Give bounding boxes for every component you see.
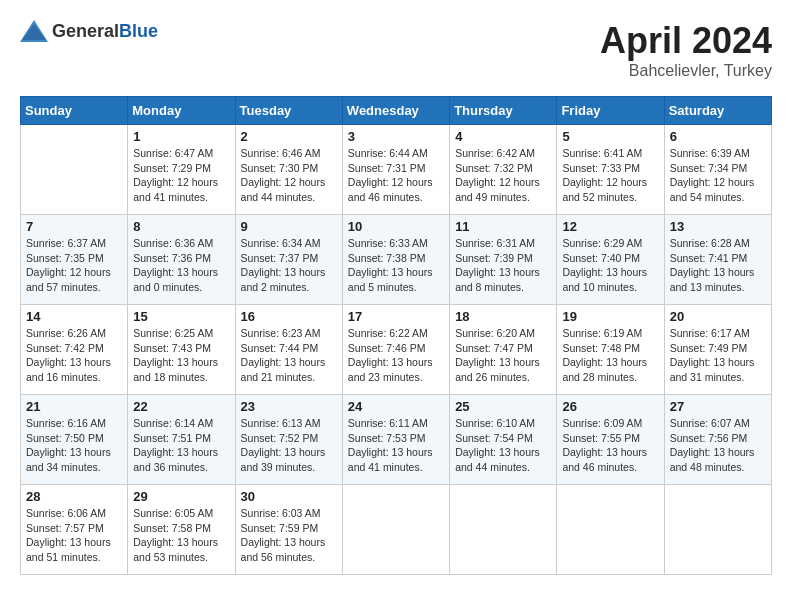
- day-info: Sunrise: 6:33 AMSunset: 7:38 PMDaylight:…: [348, 236, 444, 295]
- day-number: 16: [241, 309, 337, 324]
- day-info: Sunrise: 6:34 AMSunset: 7:37 PMDaylight:…: [241, 236, 337, 295]
- day-info: Sunrise: 6:44 AMSunset: 7:31 PMDaylight:…: [348, 146, 444, 205]
- day-number: 21: [26, 399, 122, 414]
- day-info: Sunrise: 6:19 AMSunset: 7:48 PMDaylight:…: [562, 326, 658, 385]
- calendar-week-row: 21Sunrise: 6:16 AMSunset: 7:50 PMDayligh…: [21, 395, 772, 485]
- calendar-week-row: 1Sunrise: 6:47 AMSunset: 7:29 PMDaylight…: [21, 125, 772, 215]
- calendar-cell: 13Sunrise: 6:28 AMSunset: 7:41 PMDayligh…: [664, 215, 771, 305]
- calendar-cell: 19Sunrise: 6:19 AMSunset: 7:48 PMDayligh…: [557, 305, 664, 395]
- day-number: 5: [562, 129, 658, 144]
- day-info: Sunrise: 6:06 AMSunset: 7:57 PMDaylight:…: [26, 506, 122, 565]
- calendar-cell: 23Sunrise: 6:13 AMSunset: 7:52 PMDayligh…: [235, 395, 342, 485]
- day-number: 24: [348, 399, 444, 414]
- day-number: 20: [670, 309, 766, 324]
- day-info: Sunrise: 6:46 AMSunset: 7:30 PMDaylight:…: [241, 146, 337, 205]
- calendar-week-row: 14Sunrise: 6:26 AMSunset: 7:42 PMDayligh…: [21, 305, 772, 395]
- calendar-cell: 28Sunrise: 6:06 AMSunset: 7:57 PMDayligh…: [21, 485, 128, 575]
- calendar-cell: 30Sunrise: 6:03 AMSunset: 7:59 PMDayligh…: [235, 485, 342, 575]
- day-info: Sunrise: 6:10 AMSunset: 7:54 PMDaylight:…: [455, 416, 551, 475]
- day-info: Sunrise: 6:37 AMSunset: 7:35 PMDaylight:…: [26, 236, 122, 295]
- day-info: Sunrise: 6:28 AMSunset: 7:41 PMDaylight:…: [670, 236, 766, 295]
- calendar-week-row: 7Sunrise: 6:37 AMSunset: 7:35 PMDaylight…: [21, 215, 772, 305]
- calendar-cell: [664, 485, 771, 575]
- day-number: 17: [348, 309, 444, 324]
- day-info: Sunrise: 6:03 AMSunset: 7:59 PMDaylight:…: [241, 506, 337, 565]
- day-number: 29: [133, 489, 229, 504]
- day-info: Sunrise: 6:05 AMSunset: 7:58 PMDaylight:…: [133, 506, 229, 565]
- calendar-cell: 10Sunrise: 6:33 AMSunset: 7:38 PMDayligh…: [342, 215, 449, 305]
- day-number: 28: [26, 489, 122, 504]
- calendar-cell: [450, 485, 557, 575]
- calendar-cell: 2Sunrise: 6:46 AMSunset: 7:30 PMDaylight…: [235, 125, 342, 215]
- calendar-header-row: SundayMondayTuesdayWednesdayThursdayFrid…: [21, 97, 772, 125]
- page-header: GeneralBlue April 2024 Bahcelievler, Tur…: [20, 20, 772, 80]
- calendar-cell: 25Sunrise: 6:10 AMSunset: 7:54 PMDayligh…: [450, 395, 557, 485]
- calendar-table: SundayMondayTuesdayWednesdayThursdayFrid…: [20, 96, 772, 575]
- day-info: Sunrise: 6:23 AMSunset: 7:44 PMDaylight:…: [241, 326, 337, 385]
- calendar-cell: 18Sunrise: 6:20 AMSunset: 7:47 PMDayligh…: [450, 305, 557, 395]
- day-number: 27: [670, 399, 766, 414]
- day-number: 11: [455, 219, 551, 234]
- calendar-cell: 9Sunrise: 6:34 AMSunset: 7:37 PMDaylight…: [235, 215, 342, 305]
- day-info: Sunrise: 6:22 AMSunset: 7:46 PMDaylight:…: [348, 326, 444, 385]
- day-number: 18: [455, 309, 551, 324]
- day-number: 4: [455, 129, 551, 144]
- day-info: Sunrise: 6:13 AMSunset: 7:52 PMDaylight:…: [241, 416, 337, 475]
- day-number: 9: [241, 219, 337, 234]
- day-number: 22: [133, 399, 229, 414]
- day-number: 7: [26, 219, 122, 234]
- day-number: 26: [562, 399, 658, 414]
- logo-general-text: General: [52, 21, 119, 41]
- calendar-cell: [557, 485, 664, 575]
- day-info: Sunrise: 6:26 AMSunset: 7:42 PMDaylight:…: [26, 326, 122, 385]
- day-number: 23: [241, 399, 337, 414]
- svg-marker-1: [22, 24, 46, 40]
- day-number: 12: [562, 219, 658, 234]
- day-info: Sunrise: 6:42 AMSunset: 7:32 PMDaylight:…: [455, 146, 551, 205]
- calendar-cell: 22Sunrise: 6:14 AMSunset: 7:51 PMDayligh…: [128, 395, 235, 485]
- day-info: Sunrise: 6:17 AMSunset: 7:49 PMDaylight:…: [670, 326, 766, 385]
- day-header-saturday: Saturday: [664, 97, 771, 125]
- day-header-sunday: Sunday: [21, 97, 128, 125]
- day-header-friday: Friday: [557, 97, 664, 125]
- logo: GeneralBlue: [20, 20, 158, 42]
- calendar-cell: 5Sunrise: 6:41 AMSunset: 7:33 PMDaylight…: [557, 125, 664, 215]
- calendar-title: April 2024: [600, 20, 772, 62]
- day-header-wednesday: Wednesday: [342, 97, 449, 125]
- day-header-tuesday: Tuesday: [235, 97, 342, 125]
- day-info: Sunrise: 6:20 AMSunset: 7:47 PMDaylight:…: [455, 326, 551, 385]
- calendar-location: Bahcelievler, Turkey: [600, 62, 772, 80]
- day-info: Sunrise: 6:36 AMSunset: 7:36 PMDaylight:…: [133, 236, 229, 295]
- calendar-cell: 4Sunrise: 6:42 AMSunset: 7:32 PMDaylight…: [450, 125, 557, 215]
- day-number: 2: [241, 129, 337, 144]
- calendar-cell: 20Sunrise: 6:17 AMSunset: 7:49 PMDayligh…: [664, 305, 771, 395]
- day-info: Sunrise: 6:41 AMSunset: 7:33 PMDaylight:…: [562, 146, 658, 205]
- calendar-cell: 21Sunrise: 6:16 AMSunset: 7:50 PMDayligh…: [21, 395, 128, 485]
- day-header-thursday: Thursday: [450, 97, 557, 125]
- calendar-cell: 3Sunrise: 6:44 AMSunset: 7:31 PMDaylight…: [342, 125, 449, 215]
- calendar-cell: 29Sunrise: 6:05 AMSunset: 7:58 PMDayligh…: [128, 485, 235, 575]
- day-number: 8: [133, 219, 229, 234]
- calendar-cell: 16Sunrise: 6:23 AMSunset: 7:44 PMDayligh…: [235, 305, 342, 395]
- day-number: 6: [670, 129, 766, 144]
- day-info: Sunrise: 6:14 AMSunset: 7:51 PMDaylight:…: [133, 416, 229, 475]
- day-number: 3: [348, 129, 444, 144]
- day-header-monday: Monday: [128, 97, 235, 125]
- day-number: 13: [670, 219, 766, 234]
- calendar-cell: 8Sunrise: 6:36 AMSunset: 7:36 PMDaylight…: [128, 215, 235, 305]
- calendar-cell: 12Sunrise: 6:29 AMSunset: 7:40 PMDayligh…: [557, 215, 664, 305]
- day-info: Sunrise: 6:31 AMSunset: 7:39 PMDaylight:…: [455, 236, 551, 295]
- calendar-cell: 1Sunrise: 6:47 AMSunset: 7:29 PMDaylight…: [128, 125, 235, 215]
- calendar-cell: 17Sunrise: 6:22 AMSunset: 7:46 PMDayligh…: [342, 305, 449, 395]
- calendar-cell: 11Sunrise: 6:31 AMSunset: 7:39 PMDayligh…: [450, 215, 557, 305]
- calendar-cell: [342, 485, 449, 575]
- day-number: 19: [562, 309, 658, 324]
- day-number: 10: [348, 219, 444, 234]
- day-info: Sunrise: 6:25 AMSunset: 7:43 PMDaylight:…: [133, 326, 229, 385]
- calendar-cell: [21, 125, 128, 215]
- day-info: Sunrise: 6:29 AMSunset: 7:40 PMDaylight:…: [562, 236, 658, 295]
- calendar-cell: 7Sunrise: 6:37 AMSunset: 7:35 PMDaylight…: [21, 215, 128, 305]
- calendar-cell: 24Sunrise: 6:11 AMSunset: 7:53 PMDayligh…: [342, 395, 449, 485]
- day-info: Sunrise: 6:07 AMSunset: 7:56 PMDaylight:…: [670, 416, 766, 475]
- day-number: 30: [241, 489, 337, 504]
